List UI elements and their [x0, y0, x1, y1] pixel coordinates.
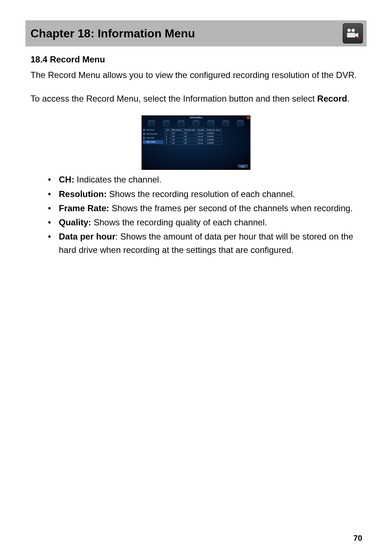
bullet-term: Frame Rate: [59, 203, 109, 213]
bullet-desc: Shows the frames per second of the chann… [109, 203, 353, 213]
close-icon [247, 116, 250, 119]
bullet-term: Quality: [59, 217, 91, 227]
ss-toolbar-icon [178, 120, 184, 126]
bullet-desc: Indicates the channel. [74, 175, 162, 184]
ss-sidebar-item-selected: RECORD [143, 140, 163, 144]
svg-rect-2 [347, 33, 355, 37]
table-row: 3CIF30Good225MB [165, 138, 222, 142]
ss-toolbar [144, 119, 248, 127]
intro-paragraph: The Record Menu allows you to view the c… [30, 68, 362, 82]
ss-toolbar-icon [193, 120, 199, 126]
table-row: 1CIF30Good225MB [165, 132, 222, 135]
ss-toolbar-icon [237, 120, 244, 126]
ss-toolbar-icon [222, 120, 229, 126]
section-title: 18.4 Record Menu [30, 54, 362, 65]
ss-exit-button: Exit [238, 164, 248, 168]
bullet-term: Data per hour [59, 232, 115, 241]
ss-th: Quality [196, 128, 206, 132]
camera-reel-icon [343, 23, 363, 44]
list-item: Data per hour: Shows the amount of data … [48, 230, 362, 257]
bullet-desc: Shows the recording resolution of each c… [107, 189, 295, 199]
access-pre-text: To access the Record Menu, select the In… [30, 94, 317, 103]
field-description-list: CH: Indicates the channel. Resolution: S… [30, 173, 362, 257]
ss-toolbar-icon [148, 120, 155, 126]
chapter-title: Chapter 18: Information Menu [30, 27, 195, 40]
svg-point-3 [357, 36, 359, 38]
bullet-desc: Shows the recording quality of each chan… [91, 217, 267, 227]
list-item: Resolution: Shows the recording resoluti… [48, 187, 362, 201]
list-item: CH: Indicates the channel. [48, 173, 362, 186]
table-row: 2CIF30Good225MB [165, 135, 222, 138]
ss-sidebar-item: ONLINE [143, 136, 163, 140]
page-content: 18.4 Record Menu The Record Menu allows … [30, 54, 362, 264]
page-number: 70 [354, 533, 362, 543]
svg-point-1 [351, 29, 355, 32]
bullet-term: Resolution: [59, 189, 107, 199]
access-post-text: . [347, 94, 350, 103]
ss-window-title: Information [189, 116, 202, 119]
ss-th: Resolution [170, 128, 183, 132]
ss-th: CH [165, 128, 171, 132]
chapter-header-bar: Chapter 18: Information Menu [25, 20, 367, 46]
access-bold-text: Record [317, 94, 347, 103]
ss-record-table: CH Resolution Frame rate Quality Data pe… [164, 128, 222, 145]
svg-point-0 [347, 29, 351, 32]
ss-th: Data per hour [206, 128, 222, 132]
access-paragraph: To access the Record Menu, select the In… [30, 92, 362, 105]
list-item: Quality: Shows the recording quality of … [48, 216, 362, 229]
ss-toolbar-icon [208, 120, 214, 126]
list-item: Frame Rate: Shows the frames per second … [48, 201, 362, 215]
ss-sidebar-item: NETWORK [143, 132, 163, 136]
dvr-information-screenshot: Information DEVICE NETWORK ONLINE RECORD… [142, 115, 250, 170]
bullet-term: CH: [59, 175, 74, 184]
ss-th: Frame rate [183, 128, 196, 132]
ss-sidebar: DEVICE NETWORK ONLINE RECORD [143, 128, 163, 144]
table-row: 4CIF30Good225MB [165, 142, 222, 145]
ss-sidebar-item: DEVICE [143, 128, 163, 132]
ss-toolbar-icon [163, 120, 170, 126]
